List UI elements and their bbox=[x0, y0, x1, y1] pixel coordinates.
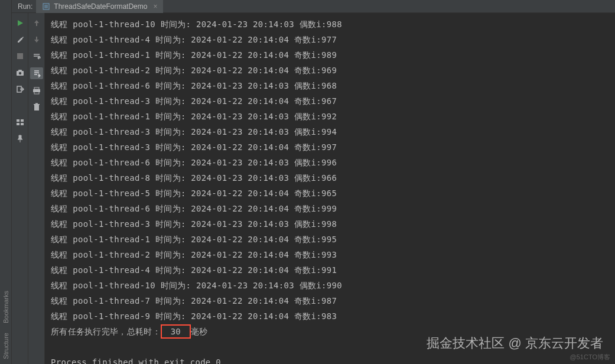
console-line: 线程 pool-1-thread-4 时间为: 2024-01-22 20:14… bbox=[51, 262, 609, 278]
svg-marker-4 bbox=[18, 20, 23, 26]
camera-icon[interactable] bbox=[15, 67, 25, 78]
scroll-to-end-icon[interactable] bbox=[30, 67, 43, 79]
console-line: 线程 pool-1-thread-6 时间为: 2024-01-23 20:14… bbox=[51, 78, 609, 93]
down-arrow-icon[interactable] bbox=[31, 34, 42, 45]
svg-rect-13 bbox=[21, 123, 24, 125]
console-line: 线程 pool-1-thread-6 时间为: 2024-01-22 20:14… bbox=[51, 201, 609, 216]
console-line: 线程 pool-1-thread-3 时间为: 2024-01-23 20:14… bbox=[51, 216, 609, 232]
wrench-icon[interactable] bbox=[15, 34, 25, 45]
stop-icon[interactable] bbox=[15, 51, 25, 61]
console-line: 线程 pool-1-thread-2 时间为: 2024-01-22 20:14… bbox=[51, 63, 609, 78]
console-line: 线程 pool-1-thread-6 时间为: 2024-01-23 20:14… bbox=[51, 155, 609, 170]
blank-line bbox=[51, 339, 609, 355]
console-line: 线程 pool-1-thread-7 时间为: 2024-01-22 20:14… bbox=[51, 293, 609, 308]
run-body: 线程 pool-1-thread-10 时间为: 2024-01-23 20:1… bbox=[12, 13, 615, 364]
svg-point-7 bbox=[18, 72, 21, 74]
print-icon[interactable] bbox=[31, 85, 42, 96]
console-line: 线程 pool-1-thread-8 时间为: 2024-01-23 20:14… bbox=[51, 170, 609, 186]
console-line: 线程 pool-1-thread-4 时间为: 2024-01-22 20:14… bbox=[51, 32, 609, 47]
run-header: Run: ThreadSafeDateFormatDemo × bbox=[12, 0, 615, 13]
console-line: 线程 pool-1-thread-5 时间为: 2024-01-22 20:14… bbox=[51, 186, 609, 201]
summary-line: 所有任务执行完毕，总耗时： 30 毫秒 bbox=[51, 324, 609, 339]
svg-rect-14 bbox=[34, 87, 39, 89]
console-line: 线程 pool-1-thread-3 时间为: 2024-01-23 20:14… bbox=[51, 124, 609, 139]
svg-rect-12 bbox=[17, 123, 19, 125]
run-toolbar-secondary bbox=[28, 13, 45, 364]
layout-icon[interactable] bbox=[15, 117, 25, 128]
svg-rect-17 bbox=[34, 105, 39, 110]
console-line: 线程 pool-1-thread-10 时间为: 2024-01-23 20:1… bbox=[51, 17, 609, 32]
soft-wrap-icon[interactable] bbox=[31, 51, 42, 61]
console-line: 线程 pool-1-thread-9 时间为: 2024-01-22 20:14… bbox=[51, 308, 609, 324]
bookmarks-tab[interactable]: Bookmarks bbox=[1, 286, 11, 328]
run-config-tab[interactable]: ThreadSafeDateFormatDemo × bbox=[36, 0, 163, 13]
console-line: 线程 pool-1-thread-3 时间为: 2024-01-22 20:14… bbox=[51, 139, 609, 155]
up-arrow-icon[interactable] bbox=[31, 18, 42, 28]
exit-line: Process finished with exit code 0 bbox=[51, 355, 609, 364]
rerun-icon[interactable] bbox=[15, 18, 25, 28]
run-tab-name: ThreadSafeDateFormatDemo bbox=[54, 2, 147, 11]
svg-rect-8 bbox=[18, 70, 22, 72]
console-line: 线程 pool-1-thread-2 时间为: 2024-01-22 20:14… bbox=[51, 247, 609, 262]
run-panel: Run: ThreadSafeDateFormatDemo × bbox=[12, 0, 615, 364]
run-label: Run: bbox=[14, 2, 36, 11]
console-line: 线程 pool-1-thread-1 时间为: 2024-01-23 20:14… bbox=[51, 109, 609, 124]
exit-icon[interactable] bbox=[15, 84, 25, 95]
trash-icon[interactable] bbox=[31, 102, 42, 112]
svg-rect-19 bbox=[35, 103, 38, 105]
console-line: 线程 pool-1-thread-10 时间为: 2024-01-23 20:1… bbox=[51, 278, 609, 293]
structure-tab[interactable]: Structure bbox=[1, 328, 11, 364]
run-toolbar-primary bbox=[12, 13, 28, 364]
console-line: 线程 pool-1-thread-1 时间为: 2024-01-22 20:14… bbox=[51, 47, 609, 63]
svg-rect-5 bbox=[17, 53, 23, 59]
svg-rect-11 bbox=[21, 119, 24, 122]
ide-left-sidebar: Bookmarks Structure bbox=[0, 0, 12, 364]
pin-icon[interactable] bbox=[15, 134, 25, 144]
console-output[interactable]: 线程 pool-1-thread-10 时间为: 2024-01-23 20:1… bbox=[45, 13, 615, 364]
svg-rect-10 bbox=[17, 119, 19, 122]
console-line: 线程 pool-1-thread-1 时间为: 2024-01-22 20:14… bbox=[51, 232, 609, 247]
close-tab-icon[interactable]: × bbox=[153, 2, 157, 11]
run-config-icon bbox=[42, 2, 50, 11]
console-line: 线程 pool-1-thread-3 时间为: 2024-01-22 20:14… bbox=[51, 93, 609, 109]
elapsed-time-highlight: 30 bbox=[161, 324, 191, 339]
